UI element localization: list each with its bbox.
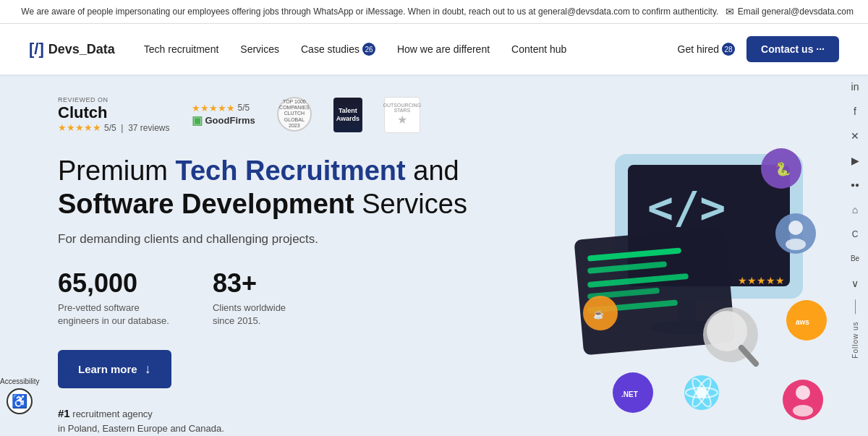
- arrow-down-nav-icon[interactable]: ∨: [846, 275, 864, 292]
- svg-point-21: [613, 372, 653, 413]
- svg-text:.NET: .NET: [621, 390, 638, 398]
- nav-content-hub[interactable]: Content hub: [511, 43, 566, 55]
- logo-text: Devs_Data: [48, 42, 115, 57]
- stat-clients-number: 83+: [213, 268, 286, 299]
- medium-icon[interactable]: ●●: [846, 176, 864, 194]
- logo[interactable]: [/] Devs_Data: [29, 40, 115, 59]
- hero-illustration-container: </> 🐍 aws: [521, 89, 868, 436]
- badges-row: REVIEWED ON Clutch ★★★★★ 5/5 | 37 review…: [58, 96, 477, 133]
- accessibility-label: Accessibility: [0, 377, 39, 385]
- nav-services[interactable]: Services: [240, 43, 279, 55]
- email-icon: ✉: [726, 6, 734, 17]
- svg-point-11: [703, 307, 758, 362]
- svg-text:★★★★★: ★★★★★: [738, 275, 785, 286]
- linkedin-icon[interactable]: in: [846, 78, 864, 95]
- goodfirms-stars-row: ★★★★★ 5/5: [192, 103, 255, 114]
- svg-rect-6: [587, 247, 681, 261]
- svg-point-26: [689, 376, 714, 409]
- facebook-icon[interactable]: f: [846, 103, 864, 120]
- svg-point-24: [697, 388, 707, 398]
- stat-engineers: 65,000 Pre-vetted softwareengineers in o…: [58, 268, 169, 328]
- arrow-down-icon: ↓: [145, 362, 151, 377]
- stat-clients: 83+ Clients worldwidesince 2015.: [213, 268, 286, 328]
- nav-case-studies[interactable]: Case studies 26: [301, 43, 375, 56]
- svg-point-14: [761, 148, 801, 189]
- svg-point-30: [783, 380, 823, 420]
- follow-us-label: Follow us: [851, 321, 859, 358]
- hero-illustration: </> 🐍 aws: [521, 89, 868, 436]
- clutch-badge: REVIEWED ON Clutch ★★★★★ 5/5 | 37 review…: [58, 96, 170, 133]
- stats-row: 65,000 Pre-vetted softwareengineers in o…: [58, 268, 477, 328]
- clutch-social-icon[interactable]: C: [846, 226, 864, 243]
- svg-text:🐍: 🐍: [775, 161, 791, 177]
- sidebar-divider: [855, 299, 856, 314]
- svg-rect-0: [615, 154, 803, 299]
- stat-engineers-number: 65,000: [58, 268, 169, 299]
- contact-button[interactable]: Contact us ···: [746, 36, 839, 62]
- logo-icon: [/]: [29, 40, 44, 59]
- accessibility-button[interactable]: ♿: [7, 388, 33, 414]
- svg-point-19: [786, 300, 827, 341]
- svg-point-27: [689, 376, 714, 409]
- svg-point-4: [651, 320, 723, 335]
- svg-text:☕: ☕: [593, 309, 604, 320]
- goodfirms-logo: ▣ GoodFirms: [192, 114, 255, 127]
- clutch-rating: 5/5 | 37 reviews: [104, 123, 170, 133]
- svg-rect-8: [587, 273, 689, 288]
- nav-links: Tech recruitment Services Case studies 2…: [144, 43, 678, 56]
- main-content: REVIEWED ON Clutch ★★★★★ 5/5 | 37 review…: [0, 74, 868, 436]
- ranking-number: #1: [58, 407, 70, 419]
- github-icon[interactable]: ⌂: [846, 201, 864, 218]
- svg-point-12: [707, 311, 747, 351]
- banner-email: ✉ Email general@devsdata.com: [726, 6, 854, 17]
- clutch-global-badge: TOP 1000 COMPANIES CLUTCH GLOBAL 2023: [277, 97, 312, 132]
- svg-rect-3: [678, 299, 696, 320]
- clutch-stars: ★★★★★: [58, 122, 101, 133]
- nav-how-different[interactable]: How we are different: [397, 43, 490, 55]
- goodfirms-icon: ▣: [192, 114, 203, 127]
- twitter-x-icon[interactable]: ✕: [846, 127, 864, 145]
- goodfirms-badge: ★★★★★ 5/5 ▣ GoodFirms: [192, 103, 255, 127]
- nav-tech-recruitment[interactable]: Tech recruitment: [144, 43, 218, 55]
- learn-more-button[interactable]: Learn more ↓: [58, 350, 171, 388]
- accessibility-widget: Accessibility ♿: [0, 377, 39, 414]
- svg-text:aws: aws: [796, 318, 809, 326]
- svg-point-23: [684, 375, 719, 410]
- navbar: [/] Devs_Data Tech recruitment Services …: [0, 24, 868, 74]
- hero-title: Premium Tech Recruitment and Software De…: [58, 155, 477, 221]
- behance-icon[interactable]: Be: [846, 250, 864, 268]
- ranking-text: recruitment agencyin Poland, Eastern Eur…: [58, 409, 224, 435]
- left-column: REVIEWED ON Clutch ★★★★★ 5/5 | 37 review…: [58, 96, 477, 436]
- get-hired-badge: 28: [722, 43, 735, 56]
- banner-message: We are aware of people impersonating our…: [14, 7, 726, 17]
- svg-point-32: [793, 405, 813, 416]
- svg-rect-1: [628, 165, 790, 286]
- svg-point-28: [583, 296, 618, 330]
- stat-engineers-desc: Pre-vetted softwareengineers in our data…: [58, 302, 169, 328]
- svg-point-17: [788, 221, 803, 235]
- svg-point-16: [775, 213, 816, 254]
- clutch-logo-text: Clutch: [58, 103, 170, 122]
- youtube-icon[interactable]: ▶: [846, 152, 864, 169]
- svg-point-18: [786, 239, 806, 250]
- social-sidebar: in f ✕ ▶ ●● ⌂ C Be ∨ Follow us: [842, 71, 868, 365]
- nav-right: Get hired 28 Contact us ···: [678, 36, 840, 62]
- hero-subtitle: For demanding clients and challenging pr…: [58, 232, 477, 247]
- svg-text:</>: </>: [647, 182, 726, 233]
- stat-clients-desc: Clients worldwidesince 2015.: [213, 302, 286, 328]
- goodfirms-stars: ★★★★★: [192, 103, 235, 114]
- svg-point-31: [796, 385, 810, 400]
- clutch-reviewed-label: REVIEWED ON: [58, 96, 170, 103]
- svg-rect-10: [587, 300, 678, 314]
- svg-line-13: [741, 348, 756, 364]
- svg-rect-7: [587, 261, 667, 274]
- svg-rect-5: [574, 227, 735, 356]
- talent-awards-badge: Talent Awards: [333, 98, 362, 132]
- top-banner: We are aware of people impersonating our…: [0, 0, 868, 24]
- get-hired-link[interactable]: Get hired 28: [678, 43, 736, 56]
- clutch-stars-row: ★★★★★ 5/5 | 37 reviews: [58, 122, 170, 133]
- svg-point-25: [686, 388, 718, 398]
- goodfirms-rating: 5/5: [238, 103, 250, 113]
- svg-rect-9: [587, 288, 660, 300]
- case-studies-badge: 26: [362, 43, 375, 56]
